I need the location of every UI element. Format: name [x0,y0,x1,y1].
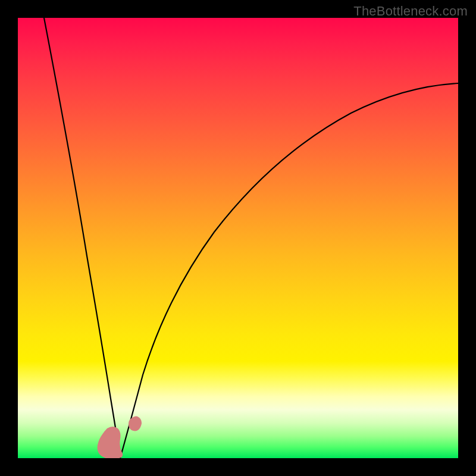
plot-area [18,18,458,458]
watermark-text: TheBottleneck.com [353,4,468,19]
left-arm-curve [44,18,120,458]
chart-frame: TheBottleneck.com [0,0,476,476]
blob-left [98,427,123,458]
right-arm-curve [120,83,458,458]
curve-layer [18,18,458,458]
